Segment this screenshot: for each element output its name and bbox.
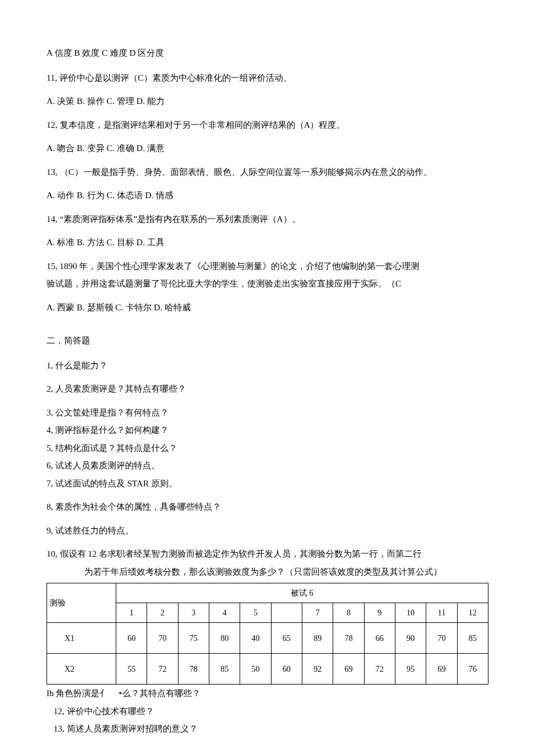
cell: 69 [333, 654, 364, 685]
col-num: 2 [147, 603, 178, 623]
cell: 85 [209, 654, 240, 685]
cell: 95 [395, 654, 426, 685]
q12-stem: 12, 复本信度，是指测评结果相对于另一个非常相同的测评结果的（A）程度。 [47, 119, 488, 132]
s2-q9: 9, 试述胜任力的特点。 [47, 524, 488, 538]
cell: 76 [457, 654, 488, 685]
q10-options: A 信度 B 效度 C 难度 D 区分度 [47, 46, 488, 60]
col-num: 7 [302, 603, 333, 623]
s2-q8: 8, 素质作为社会个体的属性，具备哪些特点？ [47, 500, 488, 514]
cell: 90 [395, 623, 426, 654]
table-row: X2 55 72 78 85 50 60 92 69 72 95 69 76 [47, 654, 488, 685]
cell: 72 [364, 654, 395, 685]
col-num: 8 [333, 603, 364, 623]
q13-options: A. 动作 B. 行为 C. 体态语 D. 情感 [47, 189, 488, 202]
after-table-frag-a: Ib 角色扮演是亻 [47, 689, 108, 698]
q11-options: A. 决策 B. 操作 C. 管理 D. 能力 [47, 95, 488, 108]
col-num: 4 [209, 603, 240, 623]
s2-q1: 1, 什么是能力？ [47, 359, 488, 372]
cell: 66 [364, 623, 395, 654]
col-num: 5 [240, 603, 271, 623]
q12-options: A. 吻合 B. 变异 C. 准确 D. 满意 [47, 142, 488, 155]
table-row: 测验 被试 6 [47, 583, 488, 603]
col-num: 11 [426, 603, 457, 623]
after-table-line2: 12, 评价中心技术有哪些？ [47, 705, 488, 718]
s2-q10-line2: 为若干年后绩效考核分数，那么该测验效度为多少？（只需回答该效度的类型及其计算公式… [47, 565, 488, 579]
cell: 40 [240, 623, 271, 654]
cell: 78 [333, 623, 364, 654]
cell: 75 [178, 623, 209, 654]
row-name: X1 [47, 623, 116, 654]
q13-stem: 13, （C）一般是指手势、身势、面部表情、眼色、人际空间位置等一系列能够揭示内… [47, 166, 488, 179]
s2-q5: 5, 结构化面试是？其特点是什么？ [47, 442, 488, 455]
col-num: 12 [457, 603, 488, 623]
col-num: 3 [178, 603, 209, 623]
cell: 78 [178, 654, 209, 685]
q15-line2: 验试题，并用这套试题测量了哥伦比亚大学的学生，使测验走出实验室直接应用于实际。（… [47, 277, 488, 291]
cell: 72 [147, 654, 178, 685]
cell: 60 [271, 654, 302, 685]
cell: 50 [240, 654, 271, 685]
cell: 70 [426, 623, 457, 654]
cell: 70 [147, 623, 178, 654]
document-page: A 信度 B 效度 C 难度 D 区分度 11, 评价中心是以测评（C）素质为中… [0, 0, 535, 756]
q14-stem: 14, “素质测评指标体系”是指有内在联系的一系列素质测评（A）。 [47, 213, 488, 226]
s2-q4: 4, 测评指标是什么？如何构建？ [47, 424, 488, 437]
s2-q7: 7, 试述面试的特点及 STAR 原则。 [47, 477, 488, 490]
col-num: 9 [364, 603, 395, 623]
q11-stem: 11, 评价中心是以测评（C）素质为中心标准化的一组评价活动。 [47, 71, 488, 85]
cell: 85 [457, 623, 488, 654]
group-header: 被试 6 [116, 583, 488, 603]
cell: 55 [116, 654, 147, 685]
s2-q2: 2, 人员素质测评是？其特点有哪些？ [47, 382, 488, 396]
cell: 92 [302, 654, 333, 685]
s2-q3: 3, 公文筐处理是指？有何特点？ [47, 406, 488, 420]
after-table-line3: 13, 简述人员素质测评对招聘的意义？ [47, 722, 488, 736]
table-row: X1 60 70 75 80 40 65 89 78 66 90 70 85 [47, 623, 488, 654]
cell: 60 [116, 623, 147, 654]
after-table-line1: Ib 角色扮演是亻•么？其特点有哪些？ [47, 687, 488, 700]
cell: 89 [302, 623, 333, 654]
row-name: X2 [47, 654, 116, 685]
cell: 69 [426, 654, 457, 685]
col-num: 1 [116, 603, 147, 623]
after-table-frag-b: •么？其特点有哪些？ [119, 689, 200, 698]
q15-line1: 15, 1890 年，美国个性心理学家发表了《心理测验与测量》的论文，介绍了他编… [47, 260, 488, 273]
q14-options: A. 标准 B. 方法 C. 目标 D. 工具 [47, 236, 488, 249]
data-table: 测验 被试 6 1 2 3 4 5 7 8 9 10 11 12 X1 60 7… [47, 583, 488, 685]
row-header-label: 测验 [47, 583, 116, 623]
s2-q6: 6, 试述人员素质测评的特点。 [47, 459, 488, 472]
col-num: 10 [395, 603, 426, 623]
cell: 65 [271, 623, 302, 654]
cell: 80 [209, 623, 240, 654]
s2-q10-line1: 10, 假设有 12 名求职者经某智力测验而被选定作为软件开发人员，其测验分数为… [47, 547, 488, 561]
section2-title: 二，简答题 [47, 334, 488, 347]
q15-options: A. 西蒙 B. 瑟斯顿 C. 卡特尔 D. 哈特威 [47, 301, 488, 314]
col-num [271, 603, 302, 623]
